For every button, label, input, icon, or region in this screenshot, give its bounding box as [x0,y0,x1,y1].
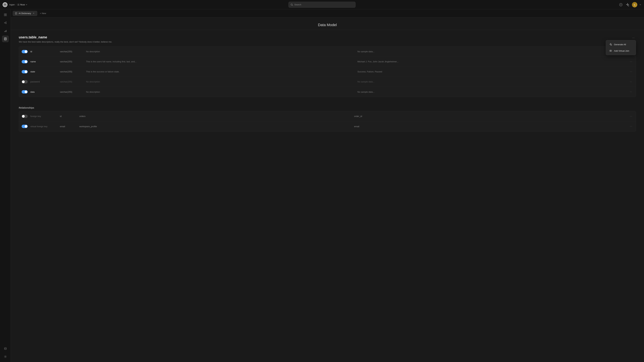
table-row: name varchar(255) This is the users full… [19,57,636,67]
toggle-fk[interactable] [22,115,28,118]
svg-rect-20 [5,30,6,32]
tab-ai-dictionary[interactable]: AI Dictionary ✕ [13,11,37,16]
svg-rect-13 [6,15,6,16]
svg-rect-10 [4,13,5,14]
columns-table: id varchar(255) No description No sample… [19,46,636,97]
col-type-name: varchar(255) [60,60,83,63]
sidebar [0,9,11,362]
avatar[interactable]: L [632,2,637,7]
svg-point-14 [4,22,5,23]
table-more-button[interactable]: ··· [631,35,636,40]
row-more-password[interactable]: ··· [629,80,633,84]
generate-all-item[interactable]: Generate All [607,41,635,48]
workspace-label[interactable]: logan [10,3,15,6]
topbar: logan / ficus Search ? [0,0,644,9]
svg-rect-12 [4,15,5,16]
col-desc-state: This is the success or failure state. [86,70,355,73]
table-row: password varchar(255) No description No … [19,77,636,87]
sidebar-item-database[interactable] [2,345,9,352]
toggle-id[interactable] [22,50,28,53]
toggle-data[interactable] [22,90,28,93]
tab-bar: AI Dictionary ✕ + New [11,9,644,17]
svg-rect-2 [18,4,18,4]
avatar-chevron-icon [639,4,641,6]
logo[interactable] [3,2,8,7]
col-name-state: state [30,70,57,73]
tab-icon [15,12,17,14]
svg-rect-21 [6,30,6,32]
col-type-id: varchar(255) [60,50,83,53]
rel-row: foreign key id orders order_id ··· [19,111,636,121]
sidebar-item-analytics[interactable] [2,19,9,26]
breadcrumb: logan / ficus [10,3,28,6]
relationships-table: foreign key id orders order_id ··· virtu… [19,111,636,132]
row-more-state[interactable]: ··· [629,69,633,74]
svg-point-27 [5,356,6,357]
row-more-data[interactable]: ··· [629,90,633,94]
sidebar-item-dictionary[interactable] [2,35,9,42]
table-description: We have the best table descriptions, rea… [19,40,636,43]
col-type-state: varchar(255) [60,70,83,73]
rel-id-fk: id [60,115,77,117]
svg-line-17 [5,22,6,23]
row-more-name[interactable]: ··· [629,59,633,64]
toggle-vfk[interactable] [22,125,28,128]
add-virtual-join-label: Add Virtual Join [614,50,629,52]
col-sample-name: Michael J. Fox, John Jacob Jingleheimer.… [358,60,626,63]
svg-rect-5 [18,5,19,5]
table-row: data varchar(255) No description No samp… [19,87,636,97]
dropdown-menu: Generate All Add Virtual Join [606,40,636,55]
sidebar-item-chart[interactable] [2,27,9,34]
col-desc-id: No description [86,50,355,53]
new-tab-button[interactable]: + New [38,11,48,15]
rel-more-vfk[interactable]: ··· [629,124,633,129]
svg-rect-11 [6,13,6,14]
topbar-right: ? L [618,2,641,7]
col-sample-data: No sample data... [358,91,626,93]
col-name-name: name [30,60,57,63]
rel-table-vfk: workspace_profile [79,125,351,128]
svg-point-16 [6,23,6,24]
rel-more-fk[interactable]: ··· [629,114,633,118]
col-desc-name: This is the users full name, including f… [86,60,355,63]
breadcrumb-separator: / [16,3,16,6]
svg-point-1 [4,4,6,5]
svg-point-26 [4,348,6,349]
content-area: AI Dictionary ✕ + New Data Model users.t… [11,9,644,362]
col-type-data: varchar(255) [60,91,83,93]
col-name-id: id [30,50,57,53]
col-desc-password: No description [86,80,355,83]
rel-id-vfk: email [60,125,77,128]
search-bar[interactable]: Search [288,2,356,8]
svg-rect-4 [18,5,18,5]
generate-all-label: Generate All [614,43,626,46]
rel-type-fk: foreign key [30,115,57,117]
table-row: id varchar(255) No description No sample… [19,46,636,57]
table-name: users.table_name [19,35,636,39]
col-name-password: password [30,80,57,83]
project-label[interactable]: ficus [17,3,28,6]
help-button[interactable]: ? [618,2,623,7]
sidebar-item-settings[interactable] [2,353,9,360]
tab-close-button[interactable]: ✕ [32,12,35,15]
svg-point-33 [610,50,612,51]
col-sample-password: No sample data... [358,80,626,83]
add-virtual-join-item[interactable]: Add Virtual Join [607,48,635,54]
col-sample-state: Success, Failure, Paused [358,70,626,73]
page-content: Data Model users.table_name We have the … [11,17,644,362]
rel-row: virtual foreign key email workspace_prof… [19,121,636,131]
col-name-data: data [30,91,57,93]
svg-rect-3 [18,4,19,4]
toggle-name[interactable] [22,60,28,63]
svg-point-15 [6,22,6,23]
col-type-password: varchar(255) [60,80,83,83]
search-placeholder: Search [294,3,301,6]
sidebar-item-grid[interactable] [2,11,9,18]
toggle-password[interactable] [22,80,28,83]
toggle-state[interactable] [22,70,28,73]
page-title: Data Model [11,17,644,30]
relationships-title: Relationships [11,102,644,111]
ai-button[interactable] [625,2,630,7]
table-section: users.table_name We have the best table … [11,30,644,102]
rel-ref-vfk: email [354,125,626,128]
